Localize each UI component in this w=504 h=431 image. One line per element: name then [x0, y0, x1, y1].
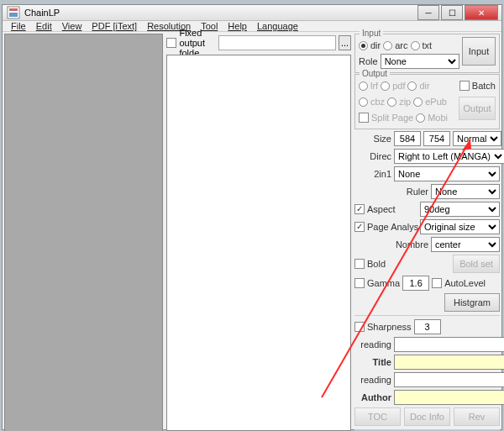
out-mobi-label: Mobi: [428, 113, 448, 123]
gamma-checkbox[interactable]: [354, 278, 365, 288]
reading1-input[interactable]: [394, 337, 504, 352]
out-lrf-label: lrf: [370, 81, 378, 91]
ruler-label: Ruler: [391, 187, 428, 197]
out-cbz-label: cbz: [370, 97, 385, 107]
input-dir-label: dir: [370, 40, 381, 50]
input-button[interactable]: Input: [462, 37, 496, 66]
menu-language[interactable]: Language: [257, 21, 298, 31]
maximize-button[interactable]: ☐: [441, 5, 463, 20]
reading2-label: reading: [354, 375, 391, 385]
aspect-checkbox[interactable]: [354, 204, 365, 214]
size-width[interactable]: [394, 131, 421, 146]
size-height[interactable]: [423, 131, 450, 146]
minimize-button[interactable]: ─: [417, 5, 439, 20]
nombre-label: Nombre: [391, 239, 428, 250]
toc-button: TOC: [354, 407, 401, 426]
svg-rect-2: [9, 13, 18, 17]
out-zip-radio: [387, 97, 396, 107]
page-analys-label: Page Analys: [367, 222, 417, 232]
input-dir-radio[interactable]: [359, 41, 368, 50]
direc-select[interactable]: Right to Left (MANGA): [394, 149, 504, 164]
role-select[interactable]: None: [381, 54, 459, 69]
role-label: Role: [359, 56, 378, 66]
out-zip-label: zip: [399, 97, 411, 107]
input-arc-radio[interactable]: [383, 41, 392, 50]
2in1-label: 2in1: [354, 169, 391, 179]
close-button[interactable]: ✕: [465, 5, 498, 20]
file-list[interactable]: [166, 55, 351, 431]
gamma-value[interactable]: [402, 276, 429, 291]
out-cbz-radio: [359, 97, 368, 107]
gamma-label: Gamma: [367, 278, 400, 288]
window-title: ChainLP: [24, 8, 417, 18]
output-group: Output lrf pdf dir cbz zip ePub Split Pa…: [354, 74, 500, 129]
titlebar[interactable]: ChainLP ─ ☐ ✕: [3, 5, 501, 21]
menu-help[interactable]: Help: [228, 21, 247, 31]
title-input[interactable]: [394, 355, 504, 370]
split-page-label: Split Page: [371, 113, 413, 123]
menubar: File Edit View PDF [iText] Resolution To…: [3, 21, 501, 32]
nombre-select[interactable]: center: [431, 237, 500, 252]
middle-pane: Fixed output folde ... Output imag 1 ▾: [166, 34, 351, 431]
sharpness-label: Sharpness: [367, 322, 412, 332]
bold-checkbox[interactable]: [354, 259, 365, 269]
out-lrf-radio: [359, 81, 368, 91]
aspect-label: Aspect: [367, 204, 417, 214]
bold-label: Bold: [367, 259, 450, 269]
bold-set-button: Bold set: [453, 255, 500, 273]
menu-edit[interactable]: Edit: [36, 21, 52, 31]
page-analys-select[interactable]: Original size: [420, 219, 500, 234]
autolevel-label: AutoLevel: [444, 278, 486, 288]
input-group: Input dir arc txt Role None Input: [354, 34, 500, 73]
author-input[interactable]: [394, 390, 504, 405]
sharpness-value[interactable]: [414, 319, 441, 334]
out-epub-radio: [413, 97, 423, 107]
ruler-select[interactable]: None: [431, 184, 500, 199]
preview-pane[interactable]: [4, 34, 163, 431]
input-arc-label: arc: [395, 40, 407, 50]
autolevel-checkbox[interactable]: [432, 278, 442, 288]
settings-pane: Input dir arc txt Role None Input Output: [354, 34, 500, 431]
reading2-input[interactable]: [394, 372, 504, 387]
rev-button: Rev: [454, 407, 500, 426]
sharpness-checkbox[interactable]: [354, 322, 365, 332]
menu-file[interactable]: File: [11, 21, 26, 31]
out-dir-radio: [407, 81, 417, 91]
out-epub-label: ePub: [425, 97, 447, 107]
svg-rect-1: [9, 8, 18, 11]
app-icon: [7, 6, 20, 19]
out-mobi-radio: [416, 113, 425, 123]
output-legend: Output: [360, 69, 390, 78]
size-label: Size: [354, 134, 391, 144]
fixed-output-label: Fixed output folde: [179, 28, 216, 58]
input-txt-label: txt: [423, 40, 433, 50]
page-analys-checkbox[interactable]: [354, 222, 365, 232]
content-area: Fixed output folde ... Output imag 1 ▾ I…: [3, 32, 501, 431]
out-pdf-radio: [381, 81, 390, 91]
fixed-output-checkbox[interactable]: [166, 38, 176, 48]
browse-button[interactable]: ...: [339, 35, 351, 50]
output-button: Output: [459, 97, 496, 120]
input-txt-radio[interactable]: [411, 41, 420, 50]
out-dir-label: dir: [419, 81, 429, 91]
split-page-checkbox: [359, 113, 369, 123]
batch-label: Batch: [472, 81, 496, 91]
input-legend: Input: [360, 29, 383, 38]
app-window: ChainLP ─ ☐ ✕ File Edit View PDF [iText]…: [2, 4, 502, 430]
histgram-button[interactable]: Histgram: [444, 293, 500, 312]
out-pdf-label: pdf: [392, 81, 405, 91]
direc-label: Direc: [354, 151, 391, 161]
aspect-select[interactable]: 90deg: [420, 202, 500, 217]
size-mode-select[interactable]: Normal: [453, 131, 501, 146]
menu-view[interactable]: View: [62, 21, 82, 31]
2in1-select[interactable]: None: [394, 166, 500, 181]
menu-pdf[interactable]: PDF [iText]: [92, 21, 137, 31]
title-label: Title: [354, 357, 391, 367]
output-folder-input[interactable]: [218, 35, 336, 50]
author-label: Author: [354, 392, 391, 402]
reading1-label: reading: [354, 339, 391, 350]
batch-checkbox[interactable]: [459, 81, 470, 91]
docinfo-button: Doc Info: [404, 407, 450, 426]
